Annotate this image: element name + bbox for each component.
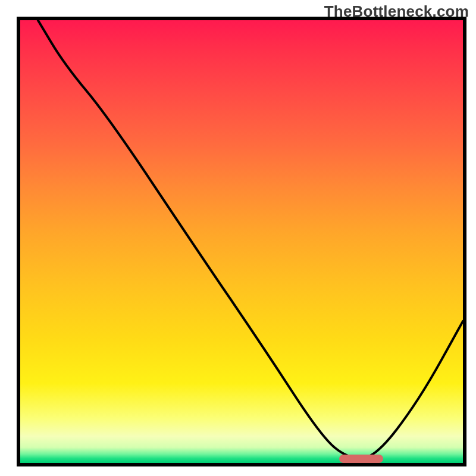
optimal-range-marker [339,455,383,463]
gradient-plot-area [17,17,466,466]
chart-container: TheBottleneck.com [0,0,476,476]
watermark-text: TheBottleneck.com [324,2,469,21]
